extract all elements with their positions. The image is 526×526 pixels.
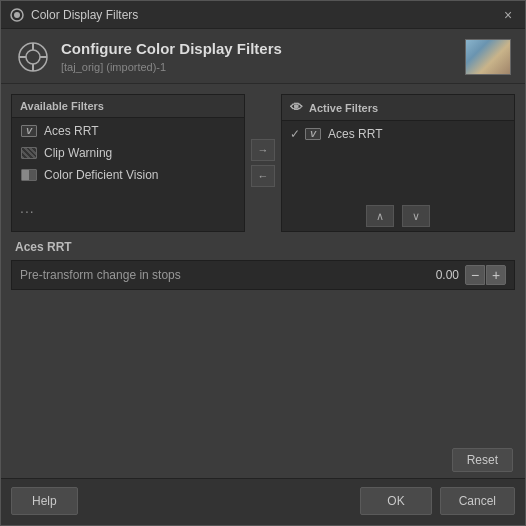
thumbnail-image bbox=[466, 40, 510, 74]
add-filter-button[interactable]: → bbox=[251, 139, 275, 161]
available-filters-list: V Aces RRT Clip Warning Color Deficient … bbox=[12, 118, 244, 198]
title-bar-text: Color Display Filters bbox=[31, 8, 499, 22]
bottom-area: Reset Help OK Cancel bbox=[1, 444, 525, 525]
thumbnail bbox=[465, 39, 511, 75]
panels-area: Available Filters V Aces RRT Clip Warnin… bbox=[1, 84, 525, 236]
reset-button[interactable]: Reset bbox=[452, 448, 513, 472]
active-item-aces-rrt-label: Aces RRT bbox=[328, 127, 382, 141]
reset-row: Reset bbox=[1, 444, 525, 478]
param-row: Pre-transform change in stops 0.00 − + bbox=[11, 260, 515, 290]
filter-item-aces-rrt[interactable]: V Aces RRT bbox=[12, 120, 244, 142]
header: Configure Color Display Filters [taj_ori… bbox=[1, 29, 525, 84]
v-icon: V bbox=[21, 125, 37, 137]
section-label: Aces RRT bbox=[1, 236, 525, 256]
move-down-button[interactable]: ∨ bbox=[402, 205, 430, 227]
check-icon: ✓ bbox=[290, 127, 300, 141]
clip-warning-icon bbox=[20, 146, 38, 160]
configure-icon bbox=[15, 39, 51, 75]
move-up-button[interactable]: ∧ bbox=[366, 205, 394, 227]
header-text: Configure Color Display Filters [taj_ori… bbox=[61, 39, 465, 73]
active-filters-panel: 👁 Active Filters ✓ V Aces RRT ∧ ∨ bbox=[281, 94, 515, 232]
filter-item-color-deficient-label: Color Deficient Vision bbox=[44, 168, 159, 182]
color-icon bbox=[21, 169, 37, 181]
dots-button[interactable]: ... bbox=[20, 200, 35, 216]
available-filters-panel: Available Filters V Aces RRT Clip Warnin… bbox=[11, 94, 245, 232]
param-plus-button[interactable]: + bbox=[486, 265, 506, 285]
svg-point-1 bbox=[14, 12, 20, 18]
aces-rrt-icon: V bbox=[20, 124, 38, 138]
clip-icon bbox=[21, 147, 37, 159]
active-filters-list: ✓ V Aces RRT bbox=[282, 121, 514, 201]
title-bar: Color Display Filters × bbox=[1, 1, 525, 29]
param-label: Pre-transform change in stops bbox=[20, 268, 423, 282]
filter-item-color-deficient[interactable]: Color Deficient Vision bbox=[12, 164, 244, 186]
svg-point-3 bbox=[26, 50, 40, 64]
button-row: Help OK Cancel bbox=[1, 478, 525, 525]
remove-filter-button[interactable]: ← bbox=[251, 165, 275, 187]
active-aces-rrt-icon: V bbox=[304, 127, 322, 141]
dots-row: ... bbox=[12, 198, 244, 220]
filter-item-clip-warning[interactable]: Clip Warning bbox=[12, 142, 244, 164]
filter-item-clip-warning-label: Clip Warning bbox=[44, 146, 112, 160]
updown-row: ∧ ∨ bbox=[282, 201, 514, 231]
filter-item-aces-rrt-label: Aces RRT bbox=[44, 124, 98, 138]
active-filters-header: 👁 Active Filters bbox=[282, 95, 514, 121]
spacer bbox=[1, 296, 525, 444]
cancel-button[interactable]: Cancel bbox=[440, 487, 515, 515]
param-minus-button[interactable]: − bbox=[465, 265, 485, 285]
help-button[interactable]: Help bbox=[11, 487, 78, 515]
available-filters-header: Available Filters bbox=[12, 95, 244, 118]
active-item-aces-rrt[interactable]: ✓ V Aces RRT bbox=[282, 123, 514, 145]
eye-icon: 👁 bbox=[290, 100, 303, 115]
header-title: Configure Color Display Filters bbox=[61, 39, 465, 59]
app-icon bbox=[9, 7, 25, 23]
param-value: 0.00 bbox=[423, 268, 459, 282]
active-filters-label: Active Filters bbox=[309, 102, 378, 114]
color-display-filters-window: Color Display Filters × Configure Color … bbox=[0, 0, 526, 526]
close-button[interactable]: × bbox=[499, 6, 517, 24]
color-deficient-icon bbox=[20, 168, 38, 182]
v-icon: V bbox=[305, 128, 321, 140]
header-subtitle: [taj_orig] (imported)-1 bbox=[61, 61, 465, 73]
transfer-arrows: → ← bbox=[245, 94, 281, 232]
ok-button[interactable]: OK bbox=[360, 487, 431, 515]
